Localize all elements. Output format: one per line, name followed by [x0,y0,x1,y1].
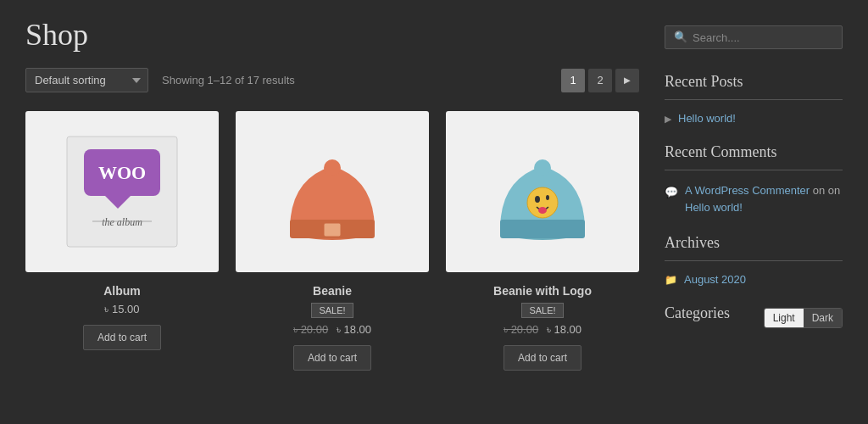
sale-badge-beanie-logo: SALE! [521,303,563,318]
product-image-beanie-logo [446,111,639,272]
page-title: Shop [25,17,639,53]
recent-posts-title: Recent Posts [665,73,843,91]
product-name-beanie-logo: Beanie with Logo [446,284,639,298]
add-to-cart-beanie-logo[interactable]: Add to cart [504,345,581,371]
commenter-link[interactable]: A WordPress Commenter [685,184,810,197]
categories-section: Categories Light Dark [665,304,843,331]
svg-point-9 [324,159,341,176]
svg-point-13 [535,196,540,203]
archives-section: Archives 📁 August 2020 [665,234,843,286]
recent-comments-title: Recent Comments [665,143,843,161]
archive-link[interactable]: August 2020 [684,273,746,286]
folder-icon: 📁 [665,274,677,286]
comment-post-link[interactable]: Hello world! [685,201,743,214]
recent-comments-section: Recent Comments 💬 A WordPress Commenter … [665,143,843,215]
original-price-beanie-logo: ৳ 20.00 [504,323,538,336]
post-icon: ▶ [665,114,671,125]
results-text: Showing 1–12 of 17 results [162,74,295,86]
sale-badge-beanie: SALE! [311,303,353,318]
archives-divider [665,260,843,261]
dark-theme-button[interactable]: Dark [804,309,842,327]
svg-text:the album: the album [102,216,142,228]
product-card-beanie-logo: Beanie with Logo SALE! ৳ 20.00 ৳ 18.00 A… [446,111,639,371]
sidebar: 🔍 Recent Posts ▶ Hello world! Recent Com… [665,17,843,371]
product-image-beanie [236,111,429,272]
recent-posts-section: Recent Posts ▶ Hello world! [665,73,843,125]
page-2-button[interactable]: 2 [588,69,612,92]
original-price-beanie: ৳ 20.00 [293,323,328,336]
product-card-album: WOO the album Album ৳ 15.00 Add to cart [25,111,219,371]
sale-price-beanie-logo: ৳ 18.00 [547,323,581,336]
svg-rect-8 [324,223,341,237]
add-to-cart-album[interactable]: Add to cart [83,325,161,350]
product-name-beanie: Beanie [236,284,429,298]
add-to-cart-beanie[interactable]: Add to cart [293,345,371,371]
theme-switcher: Light Dark [764,308,843,328]
product-image-album: WOO the album [25,111,219,272]
sort-select[interactable]: Default sortingSort by popularitySort by… [25,68,148,92]
recent-post-link[interactable]: Hello world! [678,112,736,125]
archive-item: 📁 August 2020 [665,273,843,286]
products-grid: WOO the album Album ৳ 15.00 Add to cart [25,111,639,371]
comment-text: A WordPress Commenter on on Hello world! [685,182,843,215]
recent-posts-divider [665,99,843,100]
product-card-beanie: Beanie SALE! ৳ 20.00 ৳ 18.00 Add to cart [236,111,429,371]
svg-rect-11 [500,220,585,238]
search-icon: 🔍 [674,31,687,44]
main-content: Shop Default sortingSort by popularitySo… [25,17,639,371]
svg-point-15 [538,207,547,214]
next-page-button[interactable]: ► [615,69,639,92]
recent-comments-divider [665,170,843,170]
archives-title: Archives [665,234,843,252]
categories-title: Categories [665,304,730,322]
product-price-beanie: ৳ 20.00 ৳ 18.00 [236,323,429,337]
recent-comment-item: 💬 A WordPress Commenter on on Hello worl… [665,182,843,215]
recent-post-item: ▶ Hello world! [665,112,843,125]
svg-text:WOO: WOO [98,162,146,183]
comment-on-text: on [813,184,825,197]
product-price-beanie-logo: ৳ 20.00 ৳ 18.00 [446,323,639,337]
pagination: 1 2 ► [561,69,639,92]
product-price-album: ৳ 15.00 [25,303,219,316]
shop-toolbar: Default sortingSort by popularitySort by… [25,68,639,92]
svg-point-14 [546,195,549,200]
sidebar-search-box[interactable]: 🔍 [665,25,843,49]
comment-icon: 💬 [665,184,678,201]
product-name-album: Album [25,284,219,298]
search-input[interactable] [693,31,833,44]
sale-price-beanie: ৳ 18.00 [337,323,371,336]
light-theme-button[interactable]: Light [765,309,804,327]
page-1-button[interactable]: 1 [561,69,585,92]
svg-point-16 [534,159,551,176]
